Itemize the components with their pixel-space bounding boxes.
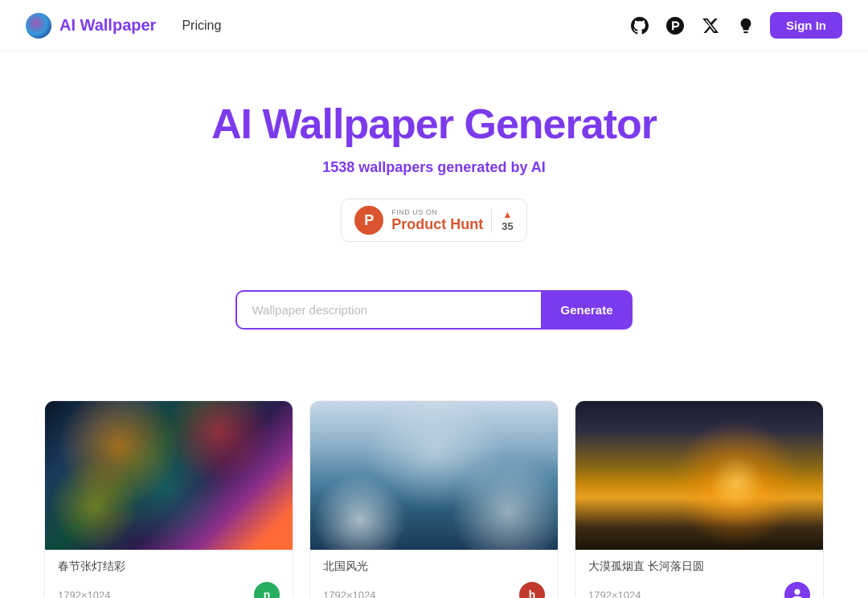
avatar-2: h: [519, 582, 545, 598]
navbar-left: AI Wallpaper Pricing: [26, 13, 221, 39]
votes-count: 35: [502, 220, 513, 232]
card-size-2: 1792×1024: [323, 589, 375, 599]
card-info-3: 大漠孤烟直 长河落日圆 1792×1024: [575, 550, 823, 598]
github-icon[interactable]: [628, 14, 651, 37]
twitter-icon[interactable]: [699, 14, 722, 37]
avatar-1: n: [254, 582, 280, 598]
card-title-1: 春节张灯结彩: [58, 559, 280, 574]
producthunt-nav-icon[interactable]: [664, 14, 686, 37]
card-title-3: 大漠孤烟直 长河落日圆: [588, 559, 810, 574]
card-image-1[interactable]: [45, 401, 293, 550]
card-meta-1: 1792×1024 n: [58, 582, 280, 598]
search-input[interactable]: [235, 290, 541, 330]
hero-section: AI Wallpaper Generator 1538 wallpapers g…: [0, 51, 868, 400]
card-size-3: 1792×1024: [588, 589, 641, 599]
brand-name: AI Wallpaper: [59, 16, 156, 35]
person-icon: [790, 588, 805, 598]
card-image-3[interactable]: [575, 401, 823, 550]
hero-count: 1538: [322, 159, 354, 175]
card-info-1: 春节张灯结彩 1792×1024 n: [45, 550, 293, 598]
gallery-section: 春节张灯结彩 1792×1024 n 北国风光 1792×1024 h 大漠: [0, 400, 868, 598]
card-size-1: 1792×1024: [58, 589, 110, 599]
product-hunt-name: Product Hunt: [391, 216, 483, 233]
product-hunt-badge[interactable]: P FIND US ON Product Hunt ▲ 35: [341, 199, 526, 242]
product-hunt-votes: ▲ 35: [491, 209, 513, 232]
signin-button[interactable]: Sign In: [770, 12, 842, 39]
nav-pricing[interactable]: Pricing: [182, 18, 221, 33]
card-meta-3: 1792×1024: [588, 582, 810, 598]
producthunt-badge-icon: P: [354, 206, 383, 235]
hero-title: AI Wallpaper Generator: [16, 100, 852, 148]
gallery-card-3: 大漠孤烟直 长河落日圆 1792×1024: [575, 400, 824, 598]
navbar: AI Wallpaper Pricing Sign In: [0, 0, 868, 51]
card-info-2: 北国风光 1792×1024 h: [310, 550, 558, 598]
lightbulb-icon[interactable]: [735, 14, 757, 37]
search-bar: Generate: [16, 290, 852, 330]
generate-button[interactable]: Generate: [541, 290, 632, 330]
votes-arrow: ▲: [503, 209, 513, 220]
card-image-2[interactable]: [310, 401, 558, 550]
product-hunt-text: FIND US ON Product Hunt: [391, 208, 483, 233]
avatar-3: [784, 582, 810, 598]
gallery-card-1: 春节张灯结彩 1792×1024 n: [44, 400, 293, 598]
brand-icon: [26, 13, 51, 39]
card-title-2: 北国风光: [323, 559, 545, 574]
navbar-right: Sign In: [628, 12, 842, 39]
hero-subtitle: 1538 wallpapers generated by AI: [16, 159, 852, 176]
brand-logo[interactable]: AI Wallpaper: [26, 13, 156, 39]
card-meta-2: 1792×1024 h: [323, 582, 545, 598]
gallery-card-2: 北国风光 1792×1024 h: [309, 400, 559, 598]
find-us-label: FIND US ON: [391, 208, 483, 216]
hero-subtitle-text: wallpapers generated by AI: [354, 159, 545, 175]
